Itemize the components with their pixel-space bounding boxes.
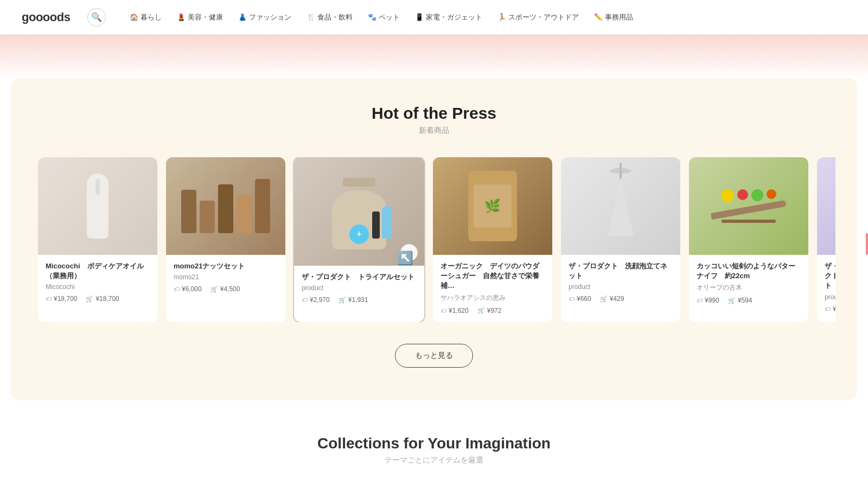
nav-label-food: 食品・飲料 [317,12,353,22]
product-name-3: ザ・プロダクト トライアルセット [302,272,417,282]
cart-icon-3: 🛒 [339,297,346,304]
product-shop-7: product [825,293,835,301]
product-name-1: Micocochi ボディケアオイル（業務用） [46,261,150,281]
top-gradient-bar [0,35,868,78]
nav-item-food[interactable]: 🍴 食品・飲料 [300,9,359,25]
add-to-cart-bubble[interactable]: + [349,224,369,244]
scroll-indicator[interactable] [866,233,868,255]
nav-item-beauty[interactable]: 💄 美容・健康 [170,9,229,25]
product-prices-2: 🏷 ¥6,000 🛒 ¥4,500 [174,285,278,293]
tag-icon-4: 🏷 [441,307,446,314]
food-icon: 🍴 [307,13,315,21]
cart-icon-5: 🛒 [600,296,608,303]
price-tag-1: 🏷 ¥18,700 [46,295,77,303]
price-cart-5: 🛒 ¥429 [600,295,624,303]
product-card-2[interactable]: momo21ナッツセット momo21 🏷 ¥6,000 🛒 ¥4,500 [166,157,285,322]
product-prices-3: 🏷 ¥2,970 🛒 ¥1,931 [302,296,417,304]
hot-section-title: Hot of the Press [33,104,835,123]
kurashi-icon: 🏠 [130,13,138,21]
product-info-5: ザ・プロダクト 洗顔泡立てネット product 🏷 ¥660 🛒 ¥429 [561,255,680,310]
price-tag-6: 🏷 ¥990 [697,297,719,304]
heart-button-3[interactable]: ♥ [400,244,418,261]
product-card-7[interactable]: ザ・プロダクト イスト product 🏷 ¥3,300 [817,157,835,322]
product-shop-5: product [569,283,673,291]
product-card-1[interactable]: Micocochi ボディケアオイル（業務用） Micocochi 🏷 ¥18,… [38,157,157,322]
price-cart-4: 🛒 ¥972 [477,307,502,314]
collections-section: Collections for Your Imagination テーマごとにア… [0,400,868,487]
product-shop-1: Micocochi [46,283,150,291]
pet-icon: 🐾 [368,13,376,21]
nav-label-beauty: 美容・健康 [188,12,223,22]
price-tag-4: 🏷 ¥1,620 [441,307,469,314]
product-info-6: カッコいい短剣のようなバターナイフ 約22cm オリーブの古木 🏷 ¥990 🛒… [689,255,808,312]
product-card-5[interactable]: ザ・プロダクト 洗顔泡立てネット product 🏷 ¥660 🛒 ¥429 [561,157,680,322]
product-name-2: momo21ナッツセット [174,261,278,271]
nav-label-office: 事務用品 [605,12,633,22]
logo[interactable]: goooods [22,10,70,24]
product-image-5 [561,157,680,255]
nav-item-electronics[interactable]: 📱 家電・ガジェット [409,9,489,25]
product-image-4: 🌿 [433,157,552,255]
nuts-visual [176,174,276,239]
more-button[interactable]: もっと見る [395,344,473,368]
product-info-1: Micocochi ボディケアオイル（業務用） Micocochi 🏷 ¥18,… [38,255,157,310]
nav-item-pet[interactable]: 🐾 ペット [361,9,406,25]
cart-icon-1: 🛒 [86,296,93,303]
product-shop-4: サハラオアシスの恵み [441,293,545,303]
price-cart-2: 🛒 ¥4,500 [210,285,240,293]
nav-label-fashion: ファッション [249,12,291,22]
product-info-2: momo21ナッツセット momo21 🏷 ¥6,000 🛒 ¥4,500 [166,255,285,300]
product-shop-3: product [302,284,417,292]
main-nav: 🏠 暮らし 💄 美容・健康 👗 ファッション 🍴 食品・飲料 🐾 ペット 📱 家… [123,9,640,25]
nav-item-office[interactable]: ✏️ 事務用品 [588,9,640,25]
tag-icon-6: 🏷 [697,297,703,304]
cart-icon-4: 🛒 [477,307,485,314]
tag-icon-7: 🏷 [825,306,831,312]
product-name-5: ザ・プロダクト 洗顔泡立てネット [569,261,673,281]
nav-label-sports: スポーツ・アウトドア [508,12,579,22]
tag-icon-1: 🏷 [46,296,52,302]
nav-item-fashion[interactable]: 👗 ファッション [232,9,298,25]
product-card-4[interactable]: 🌿 オーガニック デイツのパウダーシュガー 自然な甘さで栄養補… サハラオアシス… [433,157,552,322]
product-prices-6: 🏷 ¥990 🛒 ¥594 [697,297,801,304]
collections-subtitle: テーマごとにアイテムを厳選 [22,455,846,465]
nav-item-sports[interactable]: 🏃 スポーツ・アウトドア [491,9,585,25]
fashion-icon: 👗 [238,13,247,21]
tag-icon-2: 🏷 [174,286,180,292]
product-card-3[interactable]: + ♥ ↖️ ザ・プロダクト トライアルセット product 🏷 ¥2,970… [294,157,424,322]
product-info-4: オーガニック デイツのパウダーシュガー 自然な甘さで栄養補… サハラオアシスの恵… [433,255,552,322]
tag-icon-3: 🏷 [302,297,308,303]
pump-shape [87,174,108,239]
product-prices-5: 🏷 ¥660 🛒 ¥429 [569,295,673,303]
electronics-icon: 📱 [415,13,424,21]
net-visual [599,157,642,255]
product-info-7: ザ・プロダクト イスト product 🏷 ¥3,300 [817,255,835,320]
price-tag-2: 🏷 ¥6,000 [174,285,202,293]
product-card-6[interactable]: カッコいい短剣のようなバターナイフ 約22cm オリーブの古木 🏷 ¥990 🛒… [689,157,808,322]
hot-section: Hot of the Press 新着商品 Micocochi ボディケアオイル… [11,78,857,400]
product-image-3: + ♥ ↖️ [294,157,424,266]
product-prices-4: 🏷 ¥1,620 🛒 ¥972 [441,307,545,314]
product-shop-2: momo21 [174,273,278,281]
products-row: Micocochi ボディケアオイル（業務用） Micocochi 🏷 ¥18,… [33,157,835,322]
knife-visual [702,157,795,255]
product-name-4: オーガニック デイツのパウダーシュガー 自然な甘さで栄養補… [441,261,545,291]
price-tag-3: 🏷 ¥2,970 [302,296,330,304]
nav-label-pet: ペット [379,12,400,22]
tag-icon-5: 🏷 [569,296,575,302]
price-cart-6: 🛒 ¥594 [728,297,752,304]
price-cart-3: 🛒 ¥1,931 [339,296,368,304]
product-image-2 [166,157,285,255]
product-prices-7: 🏷 ¥3,300 [825,305,835,313]
search-button[interactable]: 🔍 [87,8,106,27]
nav-item-kurashi[interactable]: 🏠 暮らし [123,9,168,25]
product-image-6 [689,157,808,255]
collections-title: Collections for Your Imagination [22,435,846,452]
product-name-6: カッコいい短剣のようなバターナイフ 約22cm [697,261,801,281]
nav-label-electronics: 家電・ガジェット [426,12,482,22]
cart-icon-6: 🛒 [728,297,736,304]
header: goooods 🔍 🏠 暮らし 💄 美容・健康 👗 ファッション 🍴 食品・飲料… [0,0,868,35]
nav-label-kurashi: 暮らし [141,12,162,22]
price-cart-1: 🛒 ¥18,700 [86,295,119,303]
product-info-3: ザ・プロダクト トライアルセット product 🏷 ¥2,970 🛒 ¥1,9… [294,266,424,311]
